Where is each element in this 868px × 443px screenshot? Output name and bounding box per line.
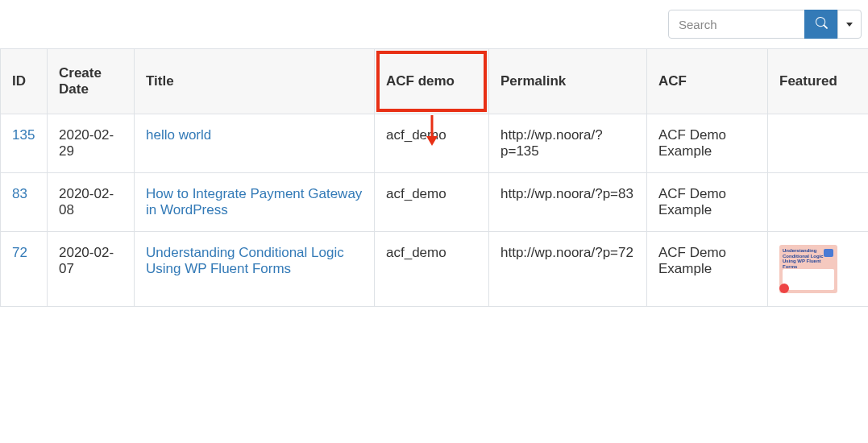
cell-date: 2020-02-29 — [48, 114, 135, 173]
caret-down-icon — [846, 23, 853, 27]
col-header-acfdemo[interactable]: ACF demo — [375, 49, 489, 114]
cell-acf: ACF Demo Example — [647, 232, 768, 307]
title-link[interactable]: How to Integrate Payment Gateway in Word… — [146, 186, 362, 217]
cell-permalink: http://wp.noora/?p=72 — [489, 232, 647, 307]
search-input[interactable] — [668, 10, 805, 39]
col-header-acfdemo-label: ACF demo — [386, 73, 455, 89]
col-header-featured[interactable]: Featured — [768, 49, 869, 114]
col-header-id[interactable]: ID — [1, 49, 48, 114]
cell-date: 2020-02-07 — [48, 232, 135, 307]
cell-acfdemo: acf_demo — [375, 114, 489, 173]
id-link[interactable]: 135 — [12, 127, 35, 143]
cell-acf: ACF Demo Example — [647, 114, 768, 173]
cell-date: 2020-02-08 — [48, 173, 135, 232]
search-button[interactable] — [804, 10, 838, 39]
cell-id: 83 — [1, 173, 48, 232]
cell-featured: Understanding Conditional Logic Using WP… — [768, 232, 869, 307]
cell-permalink: http://wp.noora/?p=83 — [489, 173, 647, 232]
cell-featured — [768, 114, 869, 173]
cell-acfdemo: acf_demo — [375, 232, 489, 307]
cell-title: Understanding Conditional Logic Using WP… — [135, 232, 375, 307]
cell-acf: ACF Demo Example — [647, 173, 768, 232]
table-header-row: ID Create Date Title ACF demo Permalink … — [1, 49, 869, 114]
cell-title: How to Integrate Payment Gateway in Word… — [135, 173, 375, 232]
title-link[interactable]: hello world — [146, 127, 211, 143]
cell-featured — [768, 173, 869, 232]
col-header-permalink[interactable]: Permalink — [489, 49, 647, 114]
search-icon — [816, 17, 828, 31]
cell-id: 135 — [1, 114, 48, 173]
data-table: ID Create Date Title ACF demo Permalink … — [0, 48, 868, 307]
title-link[interactable]: Understanding Conditional Logic Using WP… — [146, 245, 344, 276]
cell-title: hello world — [135, 114, 375, 173]
table-row: 832020-02-08How to Integrate Payment Gat… — [1, 173, 869, 232]
toolbar — [0, 0, 868, 48]
col-header-date[interactable]: Create Date — [48, 49, 135, 114]
cell-id: 72 — [1, 232, 48, 307]
dropdown-button[interactable] — [837, 10, 862, 39]
id-link[interactable]: 83 — [12, 186, 27, 201]
cell-permalink: http://wp.noora/?p=135 — [489, 114, 647, 173]
id-link[interactable]: 72 — [12, 245, 27, 260]
featured-thumbnail[interactable]: Understanding Conditional Logic Using WP… — [779, 245, 837, 293]
table-row: 1352020-02-29hello worldacf_demohttp://w… — [1, 114, 869, 173]
table-row: 722020-02-07Understanding Conditional Lo… — [1, 232, 869, 307]
col-header-acf[interactable]: ACF — [647, 49, 768, 114]
col-header-title[interactable]: Title — [135, 49, 375, 114]
cell-acfdemo: acf_demo — [375, 173, 489, 232]
